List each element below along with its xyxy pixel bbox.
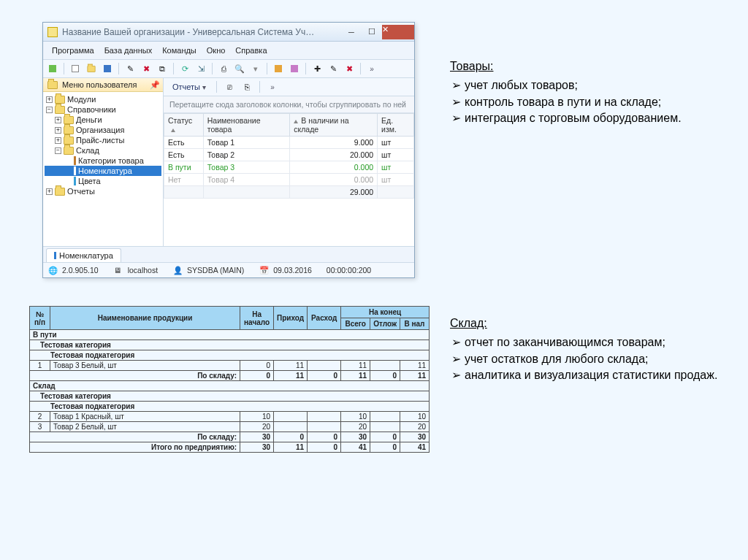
col-status[interactable]: Статус — [164, 114, 204, 137]
export-icon[interactable]: ⇲ — [194, 62, 207, 75]
action3-icon[interactable]: ✖ — [343, 62, 356, 75]
open-icon[interactable] — [85, 62, 98, 75]
data-grid[interactable]: Статус Наименование товара В наличии на … — [164, 113, 414, 246]
menu-window[interactable]: Окно — [202, 45, 230, 56]
col-qty[interactable]: В наличии на складе — [290, 114, 378, 137]
find-icon[interactable]: 🔍 — [233, 62, 246, 75]
rh-hold: Отлож — [370, 318, 400, 330]
status-time: 00:00:00:200 — [327, 266, 371, 275]
main-overflow[interactable]: » — [266, 80, 279, 93]
tree-pricelists[interactable]: +Прайс-листы — [45, 135, 161, 145]
col-name[interactable]: Наименование товара — [203, 114, 290, 137]
print-icon[interactable]: ⎙ — [217, 62, 230, 75]
app-icon — [47, 27, 58, 37]
tree-nomenclature[interactable]: Номенклатура — [45, 166, 161, 176]
action2-icon[interactable]: ✎ — [327, 62, 340, 75]
rh-avail: В нал — [400, 318, 430, 330]
tool2-icon[interactable] — [288, 62, 301, 75]
grid-total: 29.000 — [290, 186, 378, 199]
server-icon: 🖥 — [113, 265, 123, 275]
delete-icon[interactable]: ✖ — [140, 62, 153, 75]
sec-transit: В пути — [30, 330, 430, 340]
rh-name: Наименование продукции — [50, 307, 240, 330]
tree-colors[interactable]: Цвета — [45, 176, 161, 186]
globe-icon: 🌐 — [47, 265, 58, 275]
sec-warehouse: Склад — [30, 381, 430, 391]
report-row: 3Товар 2 Белый, шт 20 2020 — [30, 422, 430, 432]
report-row: 1Товар 3 Белый, шт 011 1111 — [30, 361, 430, 371]
main-panel: Отчеты▾ ⎚ ⎘ » Перетащите сюда заголовок … — [164, 78, 414, 246]
menu-program[interactable]: Программа — [47, 45, 99, 56]
toolbar-overflow[interactable]: » — [365, 62, 378, 75]
refresh-icon[interactable]: ⟳ — [178, 62, 191, 75]
folder-icon — [47, 81, 58, 89]
menu-commands[interactable]: Команды — [158, 45, 201, 56]
note-item: отчет по заканчивающимся товарам; — [465, 334, 728, 350]
report-row: 2Товар 1 Красный, шт 10 1010 — [30, 412, 430, 422]
calendar-icon: 📅 — [259, 265, 269, 275]
group-hint[interactable]: Перетащите сюда заголовок колонки, чтобы… — [164, 96, 414, 113]
sec-cat: Тестовая категория — [30, 340, 430, 350]
main-toolbar: Отчеты▾ ⎚ ⎘ » — [164, 78, 414, 96]
reports-dropdown[interactable]: Отчеты▾ — [168, 81, 210, 93]
tree-reports[interactable]: +Отчеты — [45, 186, 161, 196]
add-icon[interactable] — [46, 62, 59, 75]
titlebar[interactable]: Название Вашей организации - Универсальн… — [43, 23, 414, 42]
menu-database[interactable]: База данных — [100, 45, 157, 56]
menu-help[interactable]: Справка — [231, 45, 271, 56]
tool1-icon[interactable] — [272, 62, 285, 75]
rh-num: № п/п — [30, 307, 50, 330]
new-icon[interactable] — [69, 62, 82, 75]
menu-bar: Программа База данных Команды Окно Справ… — [43, 42, 414, 60]
sidebar-header: Меню пользователя 📌 — [43, 78, 163, 92]
grid-row[interactable]: ЕстьТовар 19.000шт — [164, 137, 414, 149]
close-button[interactable]: ✕ — [382, 25, 414, 39]
status-date: 09.03.2016 — [273, 266, 312, 275]
tree-modules[interactable]: +Модули — [45, 94, 161, 104]
sidebar: Меню пользователя 📌 +Модули −Справочники… — [43, 78, 164, 246]
notes-warehouse-title: Склад: — [450, 315, 728, 331]
notes-warehouse: Склад: отчет по заканчивающимся товарам;… — [450, 315, 728, 384]
copy-icon[interactable]: ⧉ — [156, 62, 169, 75]
status-host: localhost — [128, 266, 158, 275]
maximize-button[interactable]: ☐ — [362, 25, 382, 39]
report-subtotal: По складу: 0110 11011 — [30, 371, 430, 381]
pin-icon[interactable]: 📌 — [150, 80, 159, 89]
notes-goods: Товары: учет любых товаров; контроль тов… — [450, 58, 728, 127]
col-uom[interactable]: Ед. изм. — [378, 114, 414, 137]
tree-money[interactable]: +Деньги — [45, 115, 161, 125]
tab-nomenclature[interactable]: Номенклатура — [46, 248, 121, 262]
tool-a-icon[interactable]: ⎚ — [223, 80, 236, 93]
note-item: аналитика и визуализация статистики прод… — [465, 367, 728, 383]
tool-b-icon[interactable]: ⎘ — [240, 80, 253, 93]
rh-in: Приход — [274, 307, 308, 330]
save-icon[interactable] — [101, 62, 114, 75]
sec-subcat: Тестовая подкатегория — [30, 350, 430, 361]
notes-goods-title: Товары: — [450, 58, 728, 74]
status-user: SYSDBA (MAIN) — [187, 266, 244, 275]
tree-categories[interactable]: Категории товара — [45, 156, 161, 166]
grid-row[interactable]: НетТовар 40.000шт — [164, 174, 414, 186]
report-table: № п/п Наименование продукции На начало П… — [29, 306, 430, 453]
tree-org[interactable]: +Организация — [45, 125, 161, 135]
rh-end: На конец — [341, 307, 430, 318]
rh-total: Всего — [341, 318, 370, 330]
status-version: 2.0.905.10 — [62, 266, 99, 275]
status-bar: 🌐 2.0.905.10 🖥 localhost 👤 SYSDBA (MAIN)… — [43, 262, 414, 277]
filter-icon[interactable]: ▾ — [249, 62, 262, 75]
minimize-button[interactable]: ─ — [341, 25, 362, 39]
rh-out: Расход — [308, 307, 341, 330]
tree-references[interactable]: −Справочники — [45, 104, 161, 115]
report-grandtotal: Итого по предприятию: 30110 41041 — [30, 442, 430, 453]
edit-icon[interactable]: ✎ — [123, 62, 137, 75]
tree-warehouse[interactable]: −Склад — [45, 145, 161, 156]
tabs-bar: Номенклатура — [43, 246, 414, 262]
action1-icon[interactable]: ✚ — [310, 62, 324, 75]
rh-start: На начало — [240, 307, 274, 330]
note-item: интеграция с торговым оборудованием. — [465, 110, 728, 126]
grid-row[interactable]: ЕстьТовар 220.000шт — [164, 149, 414, 161]
report-subtotal: По складу: 3000 30030 — [30, 432, 430, 442]
grid-row[interactable]: В путиТовар 30.000шт — [164, 161, 414, 174]
note-item: учет любых товаров; — [465, 77, 728, 93]
note-item: учет остатков для любого склада; — [465, 351, 728, 367]
